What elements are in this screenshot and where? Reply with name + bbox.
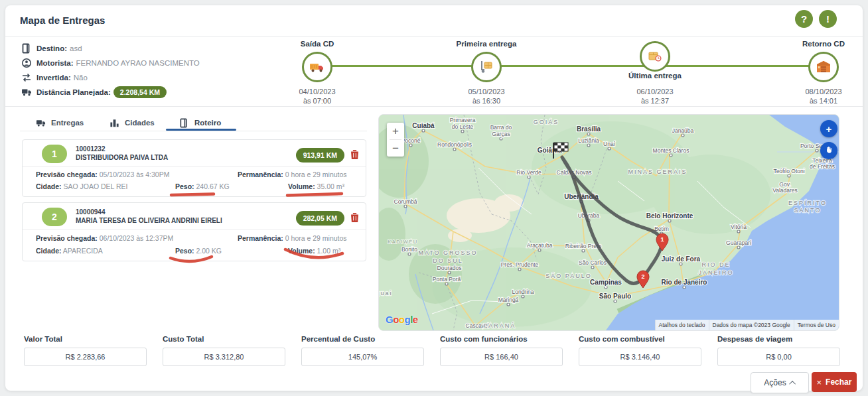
route-icon xyxy=(179,118,189,128)
delivery-identity: 10001232 DISTRIBUIDORA PAIVA LTDA xyxy=(76,145,168,162)
trash-icon[interactable] xyxy=(350,149,359,160)
map-city-dot xyxy=(737,230,740,233)
map-label: Bonito xyxy=(401,246,417,253)
map-city-dot xyxy=(453,148,456,151)
chevron-up-icon xyxy=(789,380,796,387)
map-pan-button[interactable] xyxy=(820,142,837,159)
stat-value: R$ 166,40 xyxy=(440,348,563,366)
tab-roteiro[interactable]: Roteiro xyxy=(179,115,221,130)
map-label: Pres. Prudente xyxy=(501,261,539,268)
map-label: MINAS GERAIS xyxy=(628,168,687,175)
map-city-dot xyxy=(737,246,740,249)
map-city-dot xyxy=(409,144,412,147)
milestone-time: às 12:37 xyxy=(609,97,701,105)
card-divider xyxy=(23,166,366,167)
trash-icon[interactable] xyxy=(350,212,359,223)
map-city-dot xyxy=(683,286,686,289)
map-city-dot xyxy=(408,253,411,255)
map-city-dot xyxy=(445,283,448,285)
map-add-button[interactable]: + xyxy=(820,120,837,137)
fechar-label: Fechar xyxy=(826,377,851,387)
terms-link[interactable]: Termos de Uso xyxy=(794,320,839,330)
google-map[interactable]: CuiabáPrimaverado LestePoconéRondonópoli… xyxy=(378,114,839,331)
driver-icon xyxy=(21,58,32,68)
map-city-dot xyxy=(816,149,818,152)
map-city-dot xyxy=(461,130,464,133)
stat-value: 145,07% xyxy=(301,348,424,366)
keyboard-shortcuts-link[interactable]: Atalhos do teclado xyxy=(655,320,709,330)
tab-entregas[interactable]: Entregas xyxy=(36,115,84,130)
stop-number-badge: 2 xyxy=(42,208,67,226)
map-label: Londrina xyxy=(512,289,534,295)
map-label: SÃO PAULO xyxy=(545,273,591,279)
delivery-identity: 10000944 MARIA TERESA DE OLIVEIRA ANDRIN… xyxy=(76,208,222,225)
tab-label: Entregas xyxy=(51,119,84,127)
map-city-dot xyxy=(538,249,541,251)
info-row-distancia: Distância Planejada: 2.208,54 KM xyxy=(21,85,273,99)
map-city-dot xyxy=(422,129,425,132)
stat-custo-combustivel: Custo com combustível R$ 3.146,40 xyxy=(579,335,701,366)
previsao-field: Previsão chegada: 06/10/2023 às 12:37PM xyxy=(36,234,173,242)
map-label: Araçatuba xyxy=(527,242,553,249)
tabs-divider xyxy=(20,131,367,131)
info-row-destino: Destino: asd xyxy=(21,41,273,56)
map-city-dot xyxy=(582,249,585,252)
map-city-dot xyxy=(587,144,590,147)
info-row-invertida: Invertida: Não xyxy=(21,70,273,85)
map-label: Rio Verde xyxy=(516,169,542,176)
info-row-motorista: Motorista: FERNANDO AYRAO NASCIMENTO xyxy=(21,56,273,70)
stat-label: Custo com funcionários xyxy=(440,335,563,343)
permanencia-field: Permanência: 0 hora e 29 minutos xyxy=(238,234,347,242)
swap-arrows-icon xyxy=(21,72,32,83)
svg-text:1: 1 xyxy=(660,236,664,243)
destino-label: Destino: xyxy=(36,44,67,52)
map-label: MATO GROSSO xyxy=(418,249,477,256)
timeline-milestone-primeira: Primeira entrega 05/10/2023 às 16:30 xyxy=(440,40,533,105)
truck-emoji-icon xyxy=(302,52,332,82)
fechar-button[interactable]: × Fechar xyxy=(812,372,857,392)
destino-value: asd xyxy=(70,44,82,52)
delivery-name: MARIA TERESA DE OLIVEIRA ANDRINI EIRELI xyxy=(76,216,222,225)
map-zoom-control: + − xyxy=(387,123,404,157)
timeline-milestone-retorno: Retorno CD 08/10/2023 às 14:01 xyxy=(777,40,868,105)
delivery-code: 10001232 xyxy=(76,145,168,153)
map-label: Corumbá xyxy=(394,198,417,205)
map-city-dot xyxy=(507,303,510,306)
google-logo[interactable]: Google xyxy=(386,314,418,325)
peso-field: Peso: 240.67 KG xyxy=(175,182,230,190)
invertida-value: Não xyxy=(74,74,88,82)
milestone-date: 05/10/2023 xyxy=(440,88,533,96)
map-city-dot xyxy=(668,220,671,222)
close-icon: × xyxy=(817,377,822,387)
permanencia-field: Permanência: 0 hora e 29 minutos xyxy=(238,170,347,178)
milestone-title: Retorno CD xyxy=(777,40,868,50)
map-city-dot xyxy=(404,205,407,208)
map-label: Garças xyxy=(492,131,510,137)
page-title: Mapa de Entregas xyxy=(20,15,105,26)
map-label: Cuiabá xyxy=(412,122,435,129)
acoes-button[interactable]: Ações xyxy=(751,372,809,393)
alert-button[interactable]: ! xyxy=(819,10,837,28)
city-icon xyxy=(109,118,119,128)
map-label: Luziânia xyxy=(578,137,599,144)
zoom-out-button[interactable]: − xyxy=(387,140,404,157)
milestone-title: Última entrega xyxy=(609,72,701,82)
map-label: Janaúba xyxy=(672,127,694,134)
motorista-label: Motorista: xyxy=(36,59,74,67)
map-city-dot xyxy=(608,147,611,150)
stat-label: Despesas de viagem xyxy=(717,335,840,343)
map-label: Campinas xyxy=(590,279,622,286)
zoom-in-button[interactable]: + xyxy=(387,123,404,139)
dolly-emoji-icon xyxy=(471,52,502,82)
help-button[interactable]: ? xyxy=(795,10,813,28)
map-city-dot xyxy=(682,134,684,137)
tab-cidades[interactable]: Cidades xyxy=(109,115,155,130)
distance-badge: 913,91 KM xyxy=(296,148,344,163)
map-canvas: CuiabáPrimaverado LestePoconéRondonópoli… xyxy=(379,115,839,330)
warehouse-emoji-icon xyxy=(808,52,839,82)
map-label: GOIÁS xyxy=(534,119,559,125)
tab-label: Roteiro xyxy=(194,119,221,127)
acoes-label: Ações xyxy=(764,378,786,387)
invertida-label: Invertida: xyxy=(36,74,71,82)
milestone-date: 08/10/2023 xyxy=(777,88,868,96)
